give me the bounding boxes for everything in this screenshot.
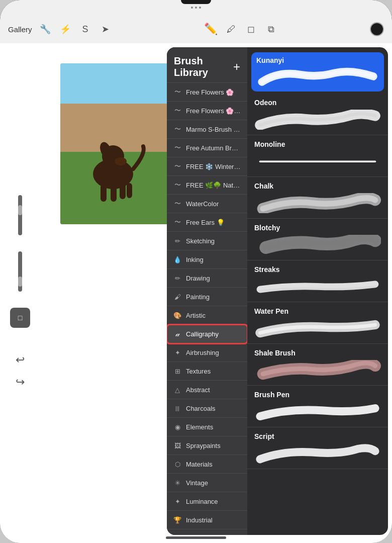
size-slider[interactable] [18,251,22,292]
category-free-winter[interactable]: 〜 FREE ❄️ Winter N... [167,157,247,176]
category-label: Free Ears 💡 [186,219,225,226]
eraser-tool[interactable]: ◻ [244,22,258,36]
category-label: Organic [186,535,209,535]
brush-category-list: Brush Library + 〜 Free Flowers 🌸 〜 Free … [167,47,247,535]
brush-name: Script [254,432,381,440]
brush-stroke [254,235,381,255]
toolbar-left: Gallery 🔧 ⚡ S ➤ [8,22,113,36]
category-free-flowers[interactable]: 〜 Free Flowers 🌸 [167,83,247,102]
artistic-icon: 🎨 [173,311,182,320]
category-marmo[interactable]: 〜 Marmo S-Brush Pack [167,120,247,139]
category-charcoals[interactable]: ||| Charcoals [167,399,247,418]
category-icon: 〜 [173,87,182,97]
category-label: Luminance [186,498,218,505]
category-free-ears[interactable]: 〜 Free Ears 💡 [167,213,247,232]
brush-item-brush-pen[interactable]: Brush Pen [247,386,388,427]
materials-icon: ⬡ [173,460,182,469]
category-icon: 〜 [173,162,182,171]
calligraphy-icon: 𝒶 [173,329,182,338]
category-painting[interactable]: 🖌 Painting [167,288,247,306]
category-label: Drawing [186,275,210,282]
category-free-autumn[interactable]: 〜 Free Autumn Brushes... [167,139,247,157]
category-spraypaints[interactable]: 🖼 Spraypaints [167,436,247,455]
pen-tool[interactable]: 🖊 [224,22,238,36]
category-watercolor[interactable]: 〜 WaterColor [167,195,247,213]
category-textures[interactable]: ⊞ Textures [167,362,247,381]
brush-stroke [256,67,379,87]
category-label: Free Flowers 🌸 [186,88,234,96]
brush-stroke [254,277,381,297]
abstract-icon: △ [173,385,182,394]
brush-name: Chalk [254,182,381,190]
brush-stroke [254,151,381,171]
brush-item-water-pen[interactable]: Water Pen [247,302,388,344]
category-abstract[interactable]: △ Abstract [167,381,247,399]
brush-item-odeon[interactable]: Odeon [247,94,388,135]
brush-item-blotchy[interactable]: Blotchy [247,219,388,260]
category-label: Abstract [186,386,210,394]
category-label: Free Autumn Brushes... [186,144,241,152]
category-label: Charcoals [186,405,216,412]
category-drawing[interactable]: ✏ Drawing [167,269,247,288]
category-label: Marmo S-Brush Pack [186,126,241,133]
vintage-icon: ✳ [173,478,182,487]
category-calligraphy[interactable]: 𝒶 Calligraphy [167,325,247,343]
layers-tool[interactable]: ⧉ [264,22,278,36]
inking-icon: 💧 [173,255,182,264]
category-materials[interactable]: ⬡ Materials [167,455,247,474]
category-industrial[interactable]: 🏆 Industrial [167,511,247,529]
svg-rect-2 [101,184,107,202]
wrench-icon[interactable]: 🔧 [38,22,52,36]
color-circle[interactable] [370,22,384,36]
category-icon: 〜 [173,180,182,190]
svg-rect-4 [120,183,126,199]
category-label: Airbrushing [186,349,219,356]
brush-item-shale-brush[interactable]: Shale Brush [247,344,388,386]
category-elements[interactable]: ◉ Elements [167,418,247,436]
panel-header: Brush Library + [167,47,247,83]
category-label: Textures [186,368,211,375]
gallery-button[interactable]: Gallery [8,25,32,34]
category-label: FREE ❄️ Winter N... [186,163,241,170]
organic-icon: 🌿 [173,534,182,535]
textures-icon: ⊞ [173,367,182,376]
category-airbrushing[interactable]: ✦ Airbrushing [167,343,247,362]
category-inking[interactable]: 💧 Inking [167,250,247,269]
drawing-icon: ✏ [173,274,182,283]
category-label: Free Flowers 🌸 V.2 [186,107,241,115]
brush-item-script[interactable]: Script [247,427,388,469]
toolbar-right [370,22,384,36]
airbrushing-icon: ✦ [173,348,182,357]
camera-notch [181,0,211,4]
brush-name: Shale Brush [254,349,381,357]
square-tool[interactable]: □ [10,308,30,328]
brush-item-kunanyi[interactable]: Kunanyi [251,52,384,92]
pencil-tool[interactable]: ✏️ [204,22,218,36]
category-luminance[interactable]: ✦ Luminance [167,492,247,511]
brush-item-monoline[interactable]: Monoline [247,135,388,177]
home-indicator [166,536,226,539]
left-sidebar: □ ↩ ↪ [10,195,30,391]
svg-point-6 [115,157,127,165]
charcoals-icon: ||| [173,404,182,413]
smudge-icon[interactable]: S [78,22,92,36]
opacity-slider[interactable] [18,195,22,235]
navigation-icon[interactable]: ➤ [99,22,113,36]
category-free-nature[interactable]: 〜 FREE 🌿🌳 Nature [167,176,247,195]
brush-item-chalk[interactable]: Chalk [247,177,388,219]
brush-stroke [254,402,381,422]
category-label: Vintage [186,479,208,487]
brush-item-streaks[interactable]: Streaks [247,260,388,302]
category-label: Materials [186,461,213,468]
toolbar: Gallery 🔧 ⚡ S ➤ ✏️ 🖊 ◻ ⧉ [0,15,392,43]
category-sketching[interactable]: ✏ Sketching [167,232,247,250]
magic-icon[interactable]: ⚡ [58,22,72,36]
category-free-flowers-v2[interactable]: 〜 Free Flowers 🌸 V.2 [167,102,247,120]
add-button[interactable]: + [233,61,240,73]
undo-button[interactable]: ↩ [11,351,29,369]
category-organic[interactable]: 🌿 Organic [167,529,247,535]
luminance-icon: ✦ [173,497,182,506]
category-vintage[interactable]: ✳ Vintage [167,474,247,492]
category-artistic[interactable]: 🎨 Artistic [167,306,247,325]
redo-button[interactable]: ↪ [11,373,29,391]
